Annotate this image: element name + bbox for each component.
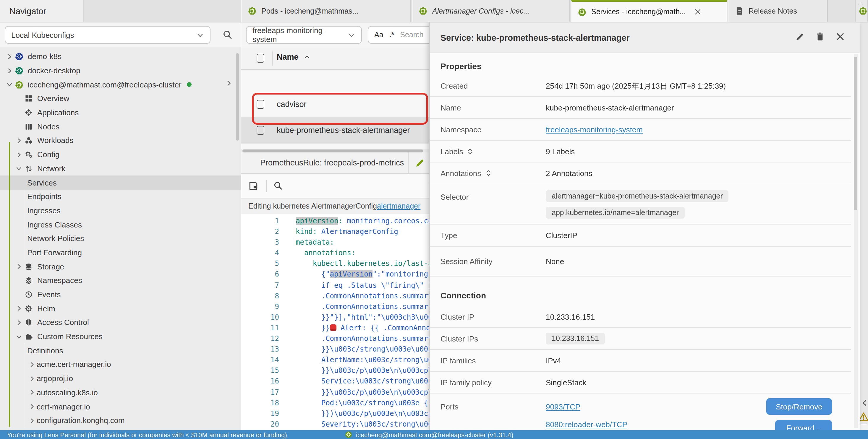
sort-ascending-icon[interactable] xyxy=(303,53,311,61)
scrollbar-thumb[interactable] xyxy=(242,149,423,153)
code-text: {"apiVersion":"monitoring.coreos.com/v1"… xyxy=(296,269,429,280)
sidebar-item-label: Services xyxy=(27,178,57,187)
yaml-editor[interactable]: 1apiVersion: monitoring.coreos.com/v12ki… xyxy=(241,214,429,432)
sidebar-item-helm[interactable]: Helm xyxy=(0,302,241,315)
port-link[interactable]: 9093/TCP xyxy=(546,402,580,411)
sidebar-item-services[interactable]: Services xyxy=(0,175,241,189)
value-chip: 10.233.16.151 xyxy=(546,333,605,344)
line-number: 4 xyxy=(241,248,279,259)
chevron-down-icon[interactable] xyxy=(5,81,14,88)
chevron-right-icon[interactable] xyxy=(225,80,232,87)
chevron-right-icon[interactable] xyxy=(27,389,37,396)
regex-icon[interactable]: .* xyxy=(390,31,394,39)
namespace-select[interactable]: freeleaps-monitoring-system xyxy=(246,26,362,44)
code-text: Pod:\u003c/strong\u003e {{ .Co xyxy=(296,397,429,408)
sidebar-item-acme-cert-manager-io[interactable]: acme.cert-manager.io xyxy=(0,358,241,371)
table-row-kube-prometheus-stack-alertmanager[interactable]: kube-prometheus-stack-alertmanager xyxy=(241,117,429,143)
sidebar-item-overview[interactable]: Overview xyxy=(0,92,241,105)
sort-toggle-icon[interactable] xyxy=(485,170,492,177)
code-line-19: 19 }})\u003c/p\u003e\n\u003cp\u00 xyxy=(241,408,429,418)
kubeconfig-select[interactable]: Local Kubeconfigs xyxy=(5,26,211,44)
sort-toggle-icon[interactable] xyxy=(467,148,474,155)
sidebar-item-config[interactable]: Config xyxy=(0,148,241,162)
chevron-right-icon[interactable] xyxy=(27,375,37,382)
stop-remove-button[interactable]: Stop/Remove xyxy=(766,398,832,415)
tab-services-icecheng-math[interactable]: Services - icecheng@math... xyxy=(571,0,727,22)
chevron-right-icon[interactable] xyxy=(14,305,24,312)
select-all-checkbox[interactable] xyxy=(257,54,264,63)
sidebar-item-configuration-konghq-com[interactable]: configuration.konghq.com xyxy=(0,414,241,428)
storage-icon xyxy=(24,263,34,270)
search-icon[interactable] xyxy=(273,181,283,190)
save-icon[interactable] xyxy=(248,181,258,191)
search-icon[interactable] xyxy=(222,30,232,40)
sidebar-item-cert-manager-io[interactable]: cert-manager.io xyxy=(0,399,241,413)
tab-alertmanager-configs-icec[interactable]: Alertmanager Configs - icec... xyxy=(412,0,570,22)
sidebar-item-namespaces[interactable]: Namespaces xyxy=(0,274,241,288)
sidebar-item-custom-resources[interactable]: Custom Resources xyxy=(0,330,241,344)
chevron-left-icon[interactable] xyxy=(860,399,868,407)
name-column-header[interactable]: Name xyxy=(277,53,299,62)
chevron-down-icon[interactable] xyxy=(14,165,24,172)
line-number: 20 xyxy=(241,419,279,430)
close-icon[interactable] xyxy=(835,32,845,41)
sidebar-item-ingress-classes[interactable]: Ingress Classes xyxy=(0,218,241,232)
chevron-right-icon[interactable] xyxy=(14,137,24,144)
sidebar-item-events[interactable]: Events xyxy=(0,288,241,301)
chevron-right-icon[interactable] xyxy=(27,417,37,424)
sidebar-item-storage[interactable]: Storage xyxy=(0,260,241,274)
row-checkbox[interactable] xyxy=(257,126,264,135)
sidebar-item-network[interactable]: Network xyxy=(0,162,241,175)
sidebar-item-workloads[interactable]: Workloads xyxy=(0,134,241,147)
code-line-7: 7 if eq .Status \"firing\" }} xyxy=(241,280,429,291)
partial-button[interactable] xyxy=(860,424,868,430)
forward-button[interactable]: Forward... xyxy=(775,420,832,430)
chevron-right-icon[interactable] xyxy=(5,67,14,74)
table-row-cadvisor[interactable]: cadvisor xyxy=(241,92,429,117)
row-checkbox[interactable] xyxy=(257,100,264,109)
editing-note: Editing kubernetes AlertmanagerConfig al… xyxy=(241,199,429,214)
chevron-right-icon[interactable] xyxy=(27,361,37,368)
detail-row-namespace: Namespacefreeleaps-monitoring-system xyxy=(430,119,851,141)
chevron-right-icon[interactable] xyxy=(14,319,24,326)
drawer-scrollbar-thumb[interactable] xyxy=(854,57,857,210)
sidebar-item-argoproj-io[interactable]: argoproj.io xyxy=(0,372,241,385)
sidebar-item-ingresses[interactable]: Ingresses xyxy=(0,204,241,217)
sidebar-item-port-forwarding[interactable]: Port Forwarding xyxy=(0,245,241,259)
sidebar-item-icecheng-mathmast-com-freeleaps-cluster[interactable]: icecheng@mathmast.com@freeleaps-cluster xyxy=(0,78,241,92)
warning-icon[interactable] xyxy=(860,412,868,422)
chevron-right-icon[interactable] xyxy=(27,403,37,410)
sidebar-item-definitions[interactable]: Definitions xyxy=(0,344,241,358)
kubernetes-icon xyxy=(14,66,24,75)
sidebar-item-applications[interactable]: Applications xyxy=(0,106,241,120)
chevron-right-icon[interactable] xyxy=(14,151,24,158)
tab-release-notes[interactable]: Release Notes xyxy=(728,0,828,22)
sidebar-item-endpoints[interactable]: Endpoints xyxy=(0,190,241,204)
helm-icon xyxy=(24,305,34,312)
edit-pencil-icon[interactable] xyxy=(415,158,425,168)
detail-value: IPv4 xyxy=(546,356,561,365)
grid-icon xyxy=(24,95,34,103)
sidebar-item-demo-k8s[interactable]: demo-k8s xyxy=(0,49,241,64)
sidebar-item-access-control[interactable]: Access Control xyxy=(0,315,241,329)
chevron-right-icon[interactable] xyxy=(5,53,14,60)
tab-navigator[interactable]: Navigator xyxy=(0,0,84,22)
sidebar-item-autoscaling-k8s-io[interactable]: autoscaling.k8s.io xyxy=(0,385,241,399)
edit-pencil-icon[interactable] xyxy=(795,32,805,41)
editing-note-link[interactable]: alertmanager xyxy=(377,202,421,210)
port-link[interactable]: 8080:reloader-web/TCP xyxy=(546,420,627,429)
sidebar-item-nodes[interactable]: Nodes xyxy=(0,120,241,134)
search-placeholder: Search xyxy=(400,31,423,39)
namespace-link[interactable]: freeleaps-monitoring-system xyxy=(546,125,643,134)
match-case-icon[interactable]: Aa xyxy=(374,31,383,39)
sidebar-scrollbar[interactable] xyxy=(236,53,239,141)
detail-row-ip-families: IP familiesIPv4 xyxy=(430,350,851,372)
sidebar-item-network-policies[interactable]: Network Policies xyxy=(0,232,241,245)
chevron-down-icon[interactable] xyxy=(14,333,24,340)
tab-pods-icecheng-mathmas[interactable]: Pods - icecheng@mathmas... xyxy=(241,0,411,22)
close-tab-icon[interactable] xyxy=(694,8,701,15)
chevron-right-icon[interactable] xyxy=(14,263,24,270)
line-number: 16 xyxy=(241,376,279,387)
sidebar-item-docker-desktop[interactable]: docker-desktop xyxy=(0,64,241,77)
delete-trash-icon[interactable] xyxy=(815,32,825,41)
